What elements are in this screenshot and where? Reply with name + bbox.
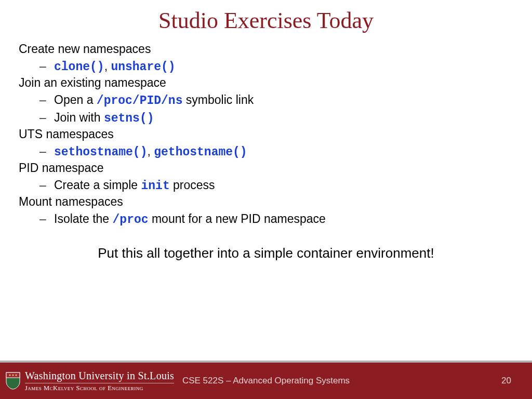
sep: , xyxy=(147,144,154,158)
footer-bar: Washington University in St.Louis James … xyxy=(0,361,532,399)
logo-sub: James McKelvey School of Engineering xyxy=(25,385,174,392)
sub-init: Create a simple init process xyxy=(54,178,513,193)
slide-content: Create new namespaces clone(), unshare()… xyxy=(0,34,532,261)
svg-point-1 xyxy=(9,375,11,376)
topic-pid-ns: PID namespace xyxy=(19,161,513,175)
sub-join-setns: Join with setns() xyxy=(54,111,513,125)
code-gethostname: gethostname() xyxy=(154,145,247,159)
footer-page: 20 xyxy=(501,376,511,386)
sub-isolate-proc: Isolate the /proc mount for a new PID na… xyxy=(54,212,513,227)
text: mount for a new PID namespace xyxy=(149,212,326,225)
topic-create-ns: Create new namespaces xyxy=(19,42,513,56)
sub-clone-unshare: clone(), unshare() xyxy=(54,59,513,74)
text: Join with xyxy=(54,111,104,124)
text: symbolic link xyxy=(182,93,254,107)
text: process xyxy=(170,178,215,192)
topic-mount-ns: Mount namespaces xyxy=(19,195,513,209)
footer-logo: Washington University in St.Louis James … xyxy=(0,370,174,392)
code-proc: /proc xyxy=(113,213,149,227)
svg-point-3 xyxy=(16,375,17,376)
text: Open a xyxy=(54,93,97,107)
code-sethostname: sethostname() xyxy=(54,145,147,159)
sub-hostname: sethostname(), gethostname() xyxy=(54,144,513,159)
logo-main: Washington University in St.Louis xyxy=(25,370,174,381)
code-clone: clone() xyxy=(54,60,104,74)
code-setns: setns() xyxy=(104,112,154,125)
topic-uts-ns: UTS namespaces xyxy=(19,127,513,141)
logo-text: Washington University in St.Louis James … xyxy=(25,370,174,392)
slide: Studio Exercises Today Create new namesp… xyxy=(0,0,532,399)
logo-divider xyxy=(25,383,174,383)
svg-point-2 xyxy=(12,375,14,376)
text: Isolate the xyxy=(54,212,113,225)
topic-join-ns: Join an existing namespace xyxy=(19,76,513,90)
sep: , xyxy=(104,59,111,73)
slide-title: Studio Exercises Today xyxy=(0,0,532,34)
text: Create a simple xyxy=(54,178,141,192)
code-proc-pid-ns: /proc/PID/ns xyxy=(97,94,183,108)
code-unshare: unshare() xyxy=(111,60,175,74)
shield-icon xyxy=(5,371,21,390)
summary-line: Put this all together into a simple cont… xyxy=(19,245,513,261)
code-init: init xyxy=(141,179,169,193)
sub-open-proc: Open a /proc/PID/ns symbolic link xyxy=(54,93,513,108)
